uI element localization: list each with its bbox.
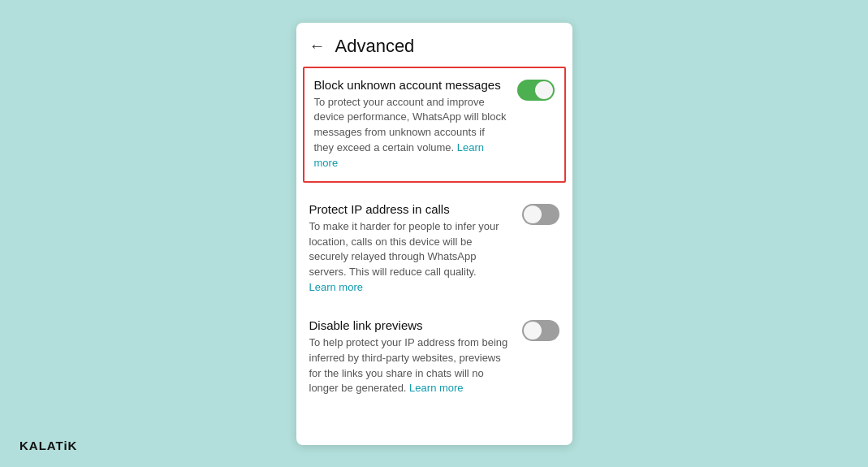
learn-more-protect-ip[interactable]: Learn more [309,281,363,293]
setting-desc-disable-link-previews: To help protect your IP address from bei… [309,335,512,396]
toggle-protect-ip[interactable] [522,204,559,225]
page-title: Advanced [335,36,415,57]
setting-desc-text-disable-link-previews: To help protect your IP address from bei… [309,336,508,395]
toggle-knob-block-unknown [535,81,553,99]
setting-title-block-unknown: Block unknown account messages [314,78,507,92]
setting-desc-protect-ip: To make it harder for people to infer yo… [309,219,512,296]
toggle-disable-link-previews[interactable] [522,320,559,341]
toggle-block-unknown[interactable] [517,80,555,101]
learn-more-disable-link-previews[interactable]: Learn more [409,382,463,394]
watermark: KALATiK [19,439,77,452]
back-button[interactable]: ← [309,37,326,55]
page-header: ← Advanced [296,23,572,67]
setting-desc-text-protect-ip: To make it harder for people to infer yo… [309,220,499,279]
toggle-knob-disable-link-previews [524,322,542,339]
setting-item-protect-ip: Protect IP address in calls To make it h… [296,191,572,307]
setting-desc-block-unknown: To protect your account and improve devi… [314,95,507,171]
setting-text-disable-link-previews: Disable link previews To help protect yo… [309,318,512,396]
setting-text-protect-ip: Protect IP address in calls To make it h… [309,202,512,296]
setting-item-disable-link-previews: Disable link previews To help protect yo… [296,307,572,408]
setting-title-protect-ip: Protect IP address in calls [309,202,512,216]
setting-item-block-unknown: Block unknown account messages To protec… [303,67,566,183]
setting-title-disable-link-previews: Disable link previews [309,318,512,332]
setting-text-block-unknown: Block unknown account messages To protec… [314,78,507,171]
toggle-knob-protect-ip [524,205,542,223]
phone-card: ← Advanced Block unknown account message… [296,23,572,445]
settings-list: Block unknown account messages To protec… [296,67,572,409]
